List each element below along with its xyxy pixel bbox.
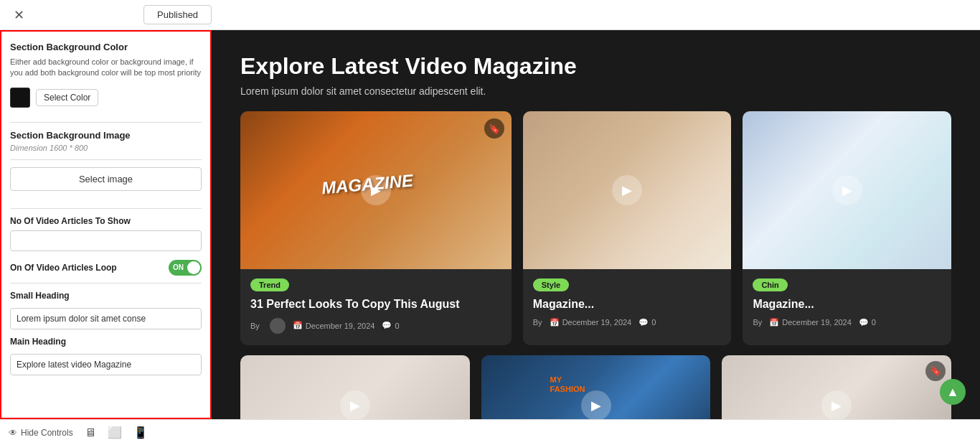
- article-card-sm-2[interactable]: MYFASHION ▶ Glam: [481, 355, 711, 419]
- hero-subtitle: Lorem ipsum dolor sit amet consectetur a…: [240, 85, 951, 97]
- comments-3: 💬 0: [859, 318, 876, 327]
- tag-chin: Chin: [753, 278, 787, 291]
- bg-color-description: Either add background color or backgroun…: [10, 57, 202, 79]
- hero-title: Explore Latest Video Magazine: [240, 53, 951, 80]
- small-heading-label: Small Heading: [10, 291, 202, 301]
- top-bar: ✕ Published: [0, 0, 980, 30]
- eye-icon: 👁: [9, 428, 17, 438]
- main-heading-input[interactable]: [10, 354, 202, 375]
- play-button-2[interactable]: ▶: [612, 175, 642, 205]
- hide-controls-label: Hide Controls: [21, 428, 73, 438]
- comment-icon-1: 💬: [382, 321, 392, 330]
- comment-icon-2: 💬: [639, 318, 649, 327]
- calendar-icon-1: 📅: [293, 321, 303, 330]
- divider-1: [10, 122, 202, 123]
- by-text-2: By: [533, 318, 542, 327]
- article-card-sm-3[interactable]: ▶ 🔖: [722, 355, 951, 419]
- by-text-3: By: [753, 318, 762, 327]
- bg-color-title: Section Background Color: [10, 42, 202, 52]
- content-hero: Explore Latest Video Magazine Lorem ipsu…: [212, 30, 980, 111]
- comment-icon-3: 💬: [859, 318, 869, 327]
- small-heading-field: Small Heading: [10, 291, 202, 329]
- card-body-3: Chin Magazine... By 📅 December 19, 2024 …: [743, 269, 951, 339]
- divider-2: [10, 159, 202, 160]
- article-card-3[interactable]: ▶ Chin Magazine... By 📅 December 19, 202…: [743, 111, 951, 345]
- divider-4: [10, 283, 202, 284]
- by-text-1: By: [250, 322, 260, 330]
- tag-style: Style: [533, 278, 569, 291]
- date-3: 📅 December 19, 2024: [769, 318, 852, 327]
- bg-color-section: Section Background Color Either add back…: [10, 42, 202, 108]
- main-area: Section Background Color Either add back…: [0, 30, 980, 419]
- play-button-sm-2[interactable]: ▶: [581, 390, 611, 419]
- color-swatch[interactable]: [10, 88, 30, 108]
- tag-trend: Trend: [250, 278, 289, 291]
- play-button-1[interactable]: ▶: [361, 175, 391, 205]
- card-title-1: 31 Perfect Looks To Copy This August: [250, 297, 501, 312]
- card-meta-3: By 📅 December 19, 2024 💬 0: [753, 318, 941, 327]
- card-title-3: Magazine...: [753, 297, 941, 312]
- small-heading-input[interactable]: [10, 308, 202, 329]
- article-card-2[interactable]: ▶ Style Magazine... By 📅 December 19, 20…: [523, 111, 732, 345]
- bookmark-button-sm-3[interactable]: 🔖: [925, 361, 946, 381]
- bottom-bar: 👁 Hide Controls 🖥 ⬜ 📱: [0, 419, 980, 445]
- select-image-button[interactable]: Select image: [10, 167, 202, 191]
- published-button[interactable]: Published: [143, 5, 212, 24]
- play-button-3[interactable]: ▶: [832, 175, 862, 205]
- card-title-2: Magazine...: [533, 297, 722, 312]
- bg-image-title: Section Background Image: [10, 130, 202, 141]
- loop-toggle-row: On Of Video Articles Loop ON: [10, 260, 202, 276]
- bg-image-section: Section Background Image Dimension 1600 …: [10, 130, 202, 201]
- toggle-knob: [187, 261, 200, 274]
- hide-controls-button[interactable]: 👁 Hide Controls: [9, 428, 73, 438]
- left-panel: Section Background Color Either add back…: [0, 30, 212, 419]
- color-row: Select Color: [10, 88, 202, 108]
- comments-2: 💬 0: [639, 318, 656, 327]
- video-count-label: No Of Video Articles To Show: [10, 216, 202, 226]
- loop-label: On Of Video Articles Loop: [10, 263, 117, 273]
- bookmark-button-1[interactable]: 🔖: [484, 118, 504, 139]
- date-1: 📅 December 19, 2024: [293, 321, 375, 330]
- divider-3: [10, 208, 202, 209]
- main-heading-label: Main Heading: [10, 337, 202, 347]
- card-meta-1: By 📅 December 19, 2024 💬 0: [250, 318, 501, 334]
- dimension-hint: Dimension 1600 * 800: [10, 144, 202, 152]
- loop-toggle[interactable]: ON: [169, 260, 202, 276]
- desktop-view-icon[interactable]: 🖥: [85, 426, 96, 439]
- mobile-view-icon[interactable]: 📱: [133, 426, 148, 439]
- comments-1: 💬 0: [382, 321, 399, 330]
- tablet-view-icon[interactable]: ⬜: [108, 426, 122, 439]
- right-content: Explore Latest Video Magazine Lorem ipsu…: [212, 30, 980, 419]
- card-body-2: Style Magazine... By 📅 December 19, 2024…: [523, 269, 732, 339]
- close-button[interactable]: ✕: [9, 5, 29, 25]
- play-button-sm-1[interactable]: ▶: [340, 390, 370, 419]
- play-button-sm-3[interactable]: ▶: [821, 390, 852, 419]
- calendar-icon-3: 📅: [769, 318, 779, 327]
- calendar-icon-2: 📅: [550, 318, 560, 327]
- video-count-field: No Of Video Articles To Show: [10, 216, 202, 251]
- articles-grid-row2: ▶ Couture MYFASHION ▶ Glam ▶ 🔖: [212, 345, 980, 419]
- articles-grid-row1: MAGAZINE ▶ 🔖 Trend 31 Perfect Looks To C…: [212, 111, 980, 345]
- article-card-1[interactable]: MAGAZINE ▶ 🔖 Trend 31 Perfect Looks To C…: [240, 111, 512, 345]
- card-meta-2: By 📅 December 19, 2024 💬 0: [533, 318, 722, 327]
- toggle-on-text: ON: [173, 263, 184, 271]
- scroll-top-button[interactable]: ▲: [940, 379, 966, 405]
- card-body-1: Trend 31 Perfect Looks To Copy This Augu…: [240, 269, 512, 345]
- video-count-input[interactable]: [10, 230, 202, 251]
- date-2: 📅 December 19, 2024: [550, 318, 632, 327]
- select-color-button[interactable]: Select Color: [36, 89, 98, 106]
- avatar-1: [270, 318, 286, 334]
- main-heading-field: Main Heading: [10, 337, 202, 375]
- article-card-sm-1[interactable]: ▶ Couture: [240, 355, 470, 419]
- tablet-text: MYFASHION: [550, 375, 585, 394]
